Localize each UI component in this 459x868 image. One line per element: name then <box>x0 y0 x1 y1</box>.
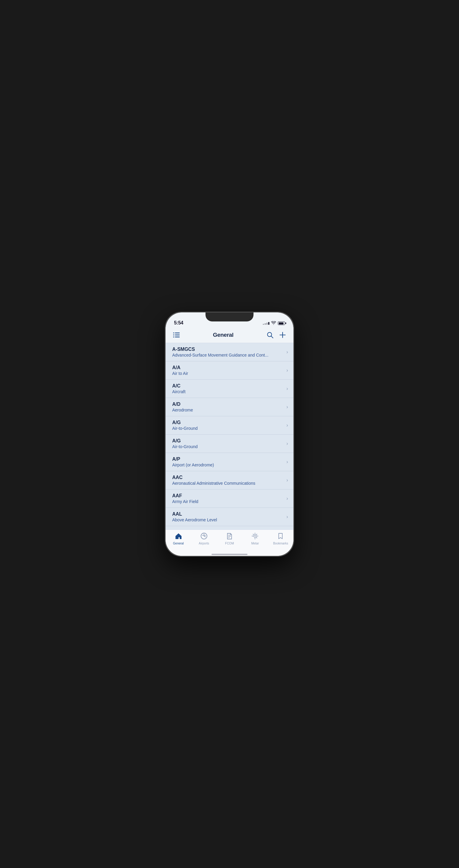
battery-fill <box>279 322 284 324</box>
list-item-abbr: A/P <box>172 457 284 462</box>
list-item-desc: Air to Air <box>172 371 284 376</box>
tab-metar[interactable]: Metar <box>242 532 268 545</box>
list-item-content: AAF Army Air Field <box>172 493 284 504</box>
list-item[interactable]: A/C Aircraft › <box>166 380 293 398</box>
svg-rect-1 <box>175 335 180 336</box>
list-item-desc: Advanced-Surface Movement Guidance and C… <box>172 353 284 358</box>
add-button[interactable] <box>277 330 288 340</box>
airports-tab-label: Airports <box>199 542 209 545</box>
list-item-content: A/A Air to Air <box>172 365 284 376</box>
list-item-desc: Aeronautical Administrative Communicatio… <box>172 481 284 486</box>
list-item-abbr: A-SMGCS <box>172 347 284 352</box>
list-item-content: A/D Aerodrome <box>172 402 284 412</box>
list-item-content: A-SMGCS Advanced-Surface Movement Guidan… <box>172 347 284 358</box>
list-item-abbr: AAC <box>172 475 284 480</box>
list-item-content: A/G Air-to-Ground <box>172 420 284 431</box>
home-indicator-bar <box>211 554 248 555</box>
signal-icon <box>263 322 269 325</box>
list-item-desc: Aerodrome <box>172 408 284 412</box>
fcom-tab-icon <box>226 532 233 541</box>
airports-tab-icon <box>200 532 208 541</box>
list-item[interactable]: AAL Above Aerodrome Level › <box>166 508 293 526</box>
chevron-right-icon: › <box>287 368 288 373</box>
list-item[interactable]: AAC Aeronautical Administrative Communic… <box>166 471 293 490</box>
chevron-right-icon: › <box>287 514 288 520</box>
list-item-abbr: A/A <box>172 365 284 370</box>
list-item-content: AAL Above Aerodrome Level <box>172 512 284 522</box>
list-container: A-SMGCS Advanced-Surface Movement Guidan… <box>166 343 293 529</box>
chevron-right-icon: › <box>287 404 288 410</box>
status-time: 5:54 <box>174 320 183 326</box>
tab-general[interactable]: General <box>166 532 191 545</box>
list-item-abbr: A/D <box>172 402 284 407</box>
nav-header: General <box>166 328 293 343</box>
list-item-desc: Air-to-Ground <box>172 444 284 449</box>
list-item-abbr: A/G <box>172 420 284 425</box>
list-item-abbr: AAF <box>172 493 284 499</box>
svg-point-21 <box>254 535 256 537</box>
list-item-desc: Army Air Field <box>172 499 284 504</box>
bookmarks-tab-label: Bookmarks <box>273 542 288 545</box>
svg-line-18 <box>253 534 254 534</box>
list-item-abbr: AAL <box>172 512 284 517</box>
status-icons <box>263 321 285 326</box>
list-item-abbr: A/G <box>172 438 284 444</box>
svg-line-20 <box>257 534 257 534</box>
fcom-tab-label: FCOM <box>225 542 234 545</box>
svg-rect-3 <box>173 333 174 334</box>
tab-bookmarks[interactable]: Bookmarks <box>268 532 293 545</box>
list-item[interactable]: A/G Air-to-Ground › <box>166 416 293 435</box>
svg-line-19 <box>257 537 257 538</box>
list-icon-button[interactable] <box>171 330 182 340</box>
nav-actions <box>265 330 288 340</box>
list-item-content: AAC Aeronautical Administrative Communic… <box>172 475 284 486</box>
svg-rect-4 <box>173 335 174 336</box>
tab-fcom[interactable]: FCOM <box>217 532 242 545</box>
home-indicator <box>166 554 293 556</box>
list-item-abbr: A/C <box>172 383 284 389</box>
list-item-content: A/G Air-to-Ground <box>172 438 284 449</box>
notch <box>205 312 254 321</box>
chevron-right-icon: › <box>287 477 288 483</box>
wifi-icon <box>271 321 276 326</box>
list-item[interactable]: A/A Air to Air › <box>166 361 293 380</box>
chevron-right-icon: › <box>287 349 288 355</box>
chevron-right-icon: › <box>287 459 288 465</box>
svg-rect-0 <box>175 333 180 334</box>
page-title: General <box>213 332 234 338</box>
list-item[interactable]: A/G Air-to-Ground › <box>166 435 293 453</box>
svg-rect-2 <box>175 337 180 338</box>
list-item[interactable]: AAF Army Air Field › <box>166 490 293 508</box>
chevron-right-icon: › <box>287 423 288 428</box>
svg-rect-5 <box>173 337 174 338</box>
list-item[interactable]: A/D Aerodrome › <box>166 398 293 416</box>
metar-tab-label: Metar <box>251 542 259 545</box>
bookmarks-tab-icon <box>276 532 285 541</box>
list-item[interactable]: A/P Airport (or Aerodrome) › <box>166 453 293 471</box>
list-item[interactable]: A-SMGCS Advanced-Surface Movement Guidan… <box>166 343 293 361</box>
general-tab-label: General <box>173 542 184 545</box>
list-item-desc: Air-to-Ground <box>172 426 284 431</box>
svg-line-7 <box>271 336 273 338</box>
tab-airports[interactable]: Airports <box>191 532 217 545</box>
list-item-desc: Aircraft <box>172 389 284 394</box>
chevron-right-icon: › <box>287 496 288 501</box>
list-item-desc: Above Aerodrome Level <box>172 518 284 522</box>
metar-tab-icon <box>251 532 259 541</box>
list-item-content: A/C Aircraft <box>172 383 284 394</box>
list-item-content: A/P Airport (or Aerodrome) <box>172 457 284 467</box>
phone-screen: 5:54 <box>166 312 293 556</box>
chevron-right-icon: › <box>287 386 288 392</box>
chevron-right-icon: › <box>287 441 288 446</box>
phone-frame: 5:54 <box>165 312 294 556</box>
battery-icon <box>278 321 285 325</box>
search-button[interactable] <box>265 330 275 340</box>
tab-bar: General Airports FCOM Metar Bookmarks <box>166 529 293 554</box>
list-item-desc: Airport (or Aerodrome) <box>172 463 284 467</box>
general-tab-icon <box>174 532 183 541</box>
